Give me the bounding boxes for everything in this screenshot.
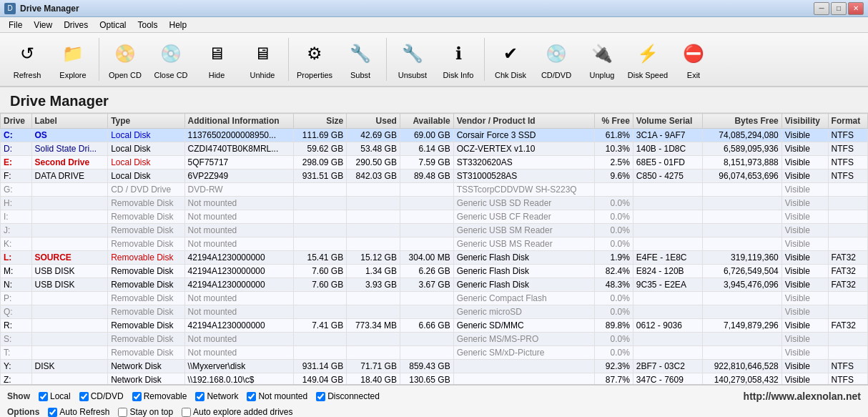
toolbar-properties-button[interactable]: ⚙Properties xyxy=(293,35,336,84)
cell-3: Not mounted xyxy=(184,292,294,305)
cell-4: 15.41 GB xyxy=(294,251,347,265)
table-row[interactable]: K:Removable DiskNot mountedGeneric USB M… xyxy=(1,237,868,251)
toolbar-unhide-button[interactable]: 🖥Unhide xyxy=(241,35,284,84)
table-row[interactable]: Y:DISKNetwork Disk\\Myxerver\disk931.14 … xyxy=(1,360,868,373)
col-header-type: Type xyxy=(108,114,184,129)
show-local-checkbox[interactable] xyxy=(39,392,48,401)
toolbar-unsubst-button[interactable]: 🔧Unsubst xyxy=(391,35,434,84)
toolbar-refresh-button[interactable]: ↺Refresh xyxy=(6,35,49,84)
toolbar-disk-speed-button[interactable]: ⚡Disk Speed xyxy=(626,35,669,84)
cell-9 xyxy=(633,224,703,237)
menu-file[interactable]: File xyxy=(3,18,28,32)
cell-2: Removable Disk xyxy=(108,319,184,333)
toolbar-disk-info-button[interactable]: ℹDisk Info xyxy=(437,35,480,84)
cell-5 xyxy=(347,237,400,251)
table-row[interactable]: Z:Network Disk\\192.168.0.10\c$149.04 GB… xyxy=(1,373,868,386)
toolbar-chk-disk-button[interactable]: ✔Chk Disk xyxy=(489,35,532,84)
table-row[interactable]: C:OSLocal Disk11376502000008950...111.69… xyxy=(1,129,868,142)
cell-0: H: xyxy=(1,197,32,210)
cell-3: Not mounted xyxy=(184,237,294,251)
toolbar-hide-button[interactable]: 🖥Hide xyxy=(195,35,238,84)
table-container[interactable]: DriveLabelTypeAdditional InformationSize… xyxy=(0,113,868,385)
table-row[interactable]: F:DATA DRIVELocal Disk6VP2Z949931.51 GB8… xyxy=(1,170,868,183)
show-removable[interactable]: Removable xyxy=(132,391,187,401)
cell-4 xyxy=(294,333,347,346)
close-button[interactable]: ✕ xyxy=(848,2,864,15)
cell-4 xyxy=(294,224,347,237)
cell-8: 0.0% xyxy=(594,224,633,237)
cell-5: 842.03 GB xyxy=(347,170,400,183)
cell-9 xyxy=(633,237,703,251)
cell-6: 89.48 GB xyxy=(400,170,453,183)
menu-help[interactable]: Help xyxy=(164,18,193,32)
cell-0: J: xyxy=(1,224,32,237)
menu-view[interactable]: View xyxy=(28,18,58,32)
toolbar-chk-disk-label: Chk Disk xyxy=(495,71,526,79)
show-local[interactable]: Local xyxy=(39,391,71,401)
option-auto-refresh-checkbox[interactable] xyxy=(48,408,57,417)
cell-8: 9.6% xyxy=(594,170,633,183)
cell-5: 71.71 GB xyxy=(347,360,400,373)
table-row[interactable]: D:Solid State Dri...Local DiskCZDI4740TB… xyxy=(1,142,868,156)
window-title: Drive Manager xyxy=(20,4,814,14)
option-auto-refresh[interactable]: Auto Refresh xyxy=(48,407,109,417)
cell-12: FAT32 xyxy=(828,319,867,333)
table-row[interactable]: S:Removable DiskNot mountedGeneric MS/MS… xyxy=(1,333,868,346)
cell-2: Local Disk xyxy=(108,129,184,142)
cell-4 xyxy=(294,292,347,305)
cell-8: 0.0% xyxy=(594,333,633,346)
option-auto-explore-added-drives-checkbox[interactable] xyxy=(182,408,191,417)
table-row[interactable]: I:Removable DiskNot mountedGeneric USB C… xyxy=(1,210,868,224)
option-stay-on-top[interactable]: Stay on top xyxy=(118,407,173,417)
show-network[interactable]: Network xyxy=(195,391,238,401)
toolbar-cd-dvd-button[interactable]: 💿CD/DVD xyxy=(535,35,578,84)
table-row[interactable]: E:Second DriveLocal Disk5QF75717298.09 G… xyxy=(1,156,868,170)
cell-4 xyxy=(294,237,347,251)
cell-2: Local Disk xyxy=(108,142,184,156)
table-row[interactable]: N:USB DISKRemovable Disk42194A1230000000… xyxy=(1,278,868,292)
show-disconnected-checkbox[interactable] xyxy=(316,392,325,401)
cell-10 xyxy=(703,292,781,305)
cell-7: ST3320620AS xyxy=(453,156,594,170)
table-row[interactable]: P:Removable DiskNot mountedGeneric Compa… xyxy=(1,292,868,305)
cell-11: Visible xyxy=(781,333,828,346)
toolbar-explore-button[interactable]: 📁Explore xyxy=(51,35,94,84)
maximize-button[interactable]: □ xyxy=(831,2,847,15)
show-network-checkbox[interactable] xyxy=(195,392,204,401)
option-auto-refresh-label: Auto Refresh xyxy=(59,407,109,417)
show-cd/dvd-label: CD/DVD xyxy=(91,391,124,401)
menu-optical[interactable]: Optical xyxy=(94,18,132,32)
show-row: Show LocalCD/DVDRemovableNetworkNot moun… xyxy=(7,388,861,404)
toolbar-close-cd-button[interactable]: 💿Close CD xyxy=(149,35,192,84)
show-not-mounted-checkbox[interactable] xyxy=(247,392,256,401)
show-disconnected[interactable]: Disconnected xyxy=(316,391,380,401)
menu-drives[interactable]: Drives xyxy=(58,18,94,32)
toolbar-unplug-button[interactable]: 🔌Unplug xyxy=(581,35,623,84)
cell-4 xyxy=(294,210,347,224)
menu-tools[interactable]: Tools xyxy=(132,18,164,32)
table-row[interactable]: T:Removable DiskNot mountedGeneric SM/xD… xyxy=(1,346,868,360)
cell-2: Removable Disk xyxy=(108,333,184,346)
table-row[interactable]: M:USB DISKRemovable Disk42194A1230000000… xyxy=(1,265,868,278)
show-cd/dvd-checkbox[interactable] xyxy=(79,392,89,401)
table-row[interactable]: H:Removable DiskNot mountedGeneric USB S… xyxy=(1,197,868,210)
show-removable-checkbox[interactable] xyxy=(132,392,142,401)
toolbar-subst-button[interactable]: 🔧Subst xyxy=(339,35,382,84)
option-auto-explore-added-drives[interactable]: Auto explore added drives xyxy=(182,407,292,417)
table-row[interactable]: L:SOURCERemovable Disk42194A123000000015… xyxy=(1,251,868,265)
table-row[interactable]: G:CD / DVD DriveDVD-RWTSSTcorpCDDVDW SH-… xyxy=(1,183,868,197)
show-cd/dvd[interactable]: CD/DVD xyxy=(79,391,124,401)
table-row[interactable]: R:Removable Disk42194A12300000007.41 GB7… xyxy=(1,319,868,333)
show-not-mounted[interactable]: Not mounted xyxy=(247,391,307,401)
col-header-format: Format xyxy=(828,114,867,129)
toolbar-exit-button[interactable]: ⛔Exit xyxy=(672,35,715,84)
table-row[interactable]: J:Removable DiskNot mountedGeneric USB S… xyxy=(1,224,868,237)
cell-4 xyxy=(294,305,347,319)
minimize-button[interactable]: ─ xyxy=(814,2,829,15)
option-stay-on-top-checkbox[interactable] xyxy=(118,408,127,417)
cell-2: Removable Disk xyxy=(108,278,184,292)
cell-6: 859.43 GB xyxy=(400,360,453,373)
table-row[interactable]: Q:Removable DiskNot mountedGeneric micro… xyxy=(1,305,868,319)
toolbar-open-cd-button[interactable]: 📀Open CD xyxy=(104,35,147,84)
cell-8 xyxy=(594,183,633,197)
